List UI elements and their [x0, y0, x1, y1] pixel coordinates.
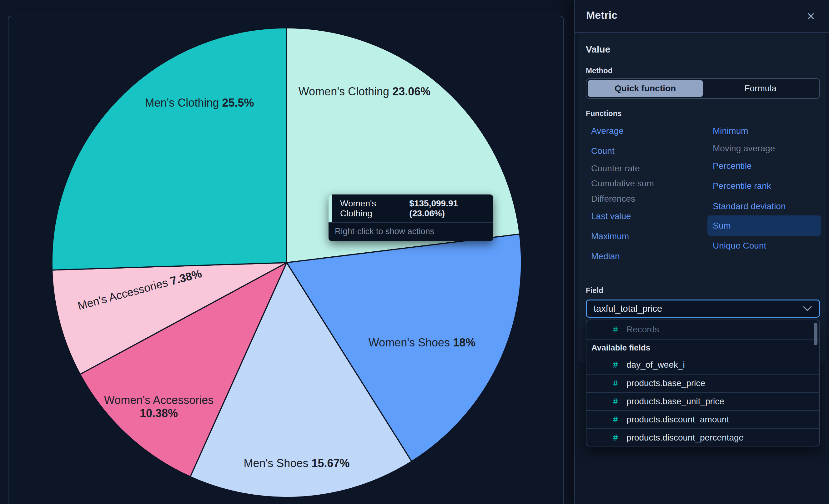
close-icon[interactable]: ✕ — [803, 9, 818, 24]
function-unique-count[interactable]: Unique Count — [713, 241, 766, 251]
number-field-icon: # — [613, 378, 620, 388]
field-option-label: products.discount_amount — [626, 415, 729, 425]
field-option-label: day_of_week_i — [626, 360, 685, 370]
function-last-value[interactable]: Last value — [591, 211, 631, 221]
number-field-icon: # — [613, 325, 620, 334]
field-select[interactable]: taxful_total_price — [586, 299, 820, 318]
field-label: Field — [586, 286, 603, 295]
number-field-icon: # — [613, 433, 620, 443]
chevron-down-icon — [803, 305, 812, 312]
field-select-value: taxful_total_price — [593, 303, 662, 314]
field-option-records: # Records — [586, 320, 819, 339]
method-toggle-group: Quick functionFormula — [586, 78, 820, 99]
tooltip-value: $135,099.91 (23.06%) — [402, 199, 486, 219]
available-fields-header: Available fields — [586, 339, 819, 356]
popover-scrollbar[interactable] — [814, 323, 818, 345]
field-option-products-discount-amount[interactable]: #products.discount_amount — [586, 410, 819, 428]
method-formula-button[interactable]: Formula — [703, 80, 818, 97]
tooltip-header: Women's Clothing $135,099.91 (23.06%) — [328, 194, 493, 223]
function-percentile-rank[interactable]: Percentile rank — [713, 181, 771, 191]
number-field-icon: # — [613, 360, 620, 370]
field-option-products-base-unit-price[interactable]: #products.base_unit_price — [586, 392, 819, 410]
chart-tooltip: Women's Clothing $135,099.91 (23.06%) Ri… — [328, 194, 493, 241]
pie-chart — [8, 16, 563, 504]
pie-chart-panel: Women's Clothing 23.06%Women's Shoes 18%… — [8, 15, 564, 504]
field-option-label: products.base_price — [626, 378, 705, 388]
tooltip-series-label: Women's Clothing — [340, 199, 402, 219]
function-moving-average: Moving average — [713, 144, 775, 153]
function-percentile[interactable]: Percentile — [713, 161, 752, 171]
function-standard-deviation[interactable]: Standard deviation — [713, 201, 786, 211]
field-option-day-of-week-i[interactable]: #day_of_week_i — [586, 356, 819, 374]
tooltip-hint: Right-click to show actions — [328, 223, 493, 241]
field-option-label: Records — [626, 325, 659, 334]
function-median[interactable]: Median — [591, 251, 620, 261]
field-option-products-discount-percentage[interactable]: #products.discount_percentage — [586, 428, 819, 446]
flyout-title: Metric — [586, 9, 617, 21]
function-counter-rate: Counter rate — [591, 164, 640, 174]
app-canvas: Women's Clothing 23.06%Women's Shoes 18%… — [0, 0, 829, 504]
function-count[interactable]: Count — [591, 146, 615, 156]
method-quick-function-button[interactable]: Quick function — [588, 80, 703, 97]
function-differences: Differences — [591, 194, 635, 204]
field-option-label: products.discount_percentage — [626, 433, 744, 443]
function-minimum[interactable]: Minimum — [713, 126, 748, 136]
field-option-label: products.base_unit_price — [626, 396, 724, 406]
field-options-popover: # Records Available fields #day_of_week_… — [586, 320, 820, 446]
function-cumulative-sum: Cumulative sum — [591, 179, 654, 188]
function-sum[interactable]: Sum — [708, 215, 821, 236]
function-average[interactable]: Average — [591, 126, 624, 136]
flyout-header: Metric ✕ — [575, 0, 829, 33]
tooltip-accent-bar — [328, 194, 332, 222]
functions-label: Functions — [586, 109, 622, 118]
field-option-products-base-price[interactable]: #products.base_price — [586, 374, 819, 392]
value-section-heading: Value — [586, 44, 610, 55]
pie-slice-men-s-clothing[interactable] — [52, 28, 287, 270]
number-field-icon: # — [613, 415, 620, 425]
metric-flyout: Metric ✕ Value Method Quick functionForm… — [574, 0, 829, 504]
function-maximum[interactable]: Maximum — [591, 231, 629, 241]
number-field-icon: # — [613, 396, 620, 406]
method-label: Method — [586, 66, 612, 75]
available-fields-list: #day_of_week_i#products.base_price#produ… — [586, 356, 819, 446]
